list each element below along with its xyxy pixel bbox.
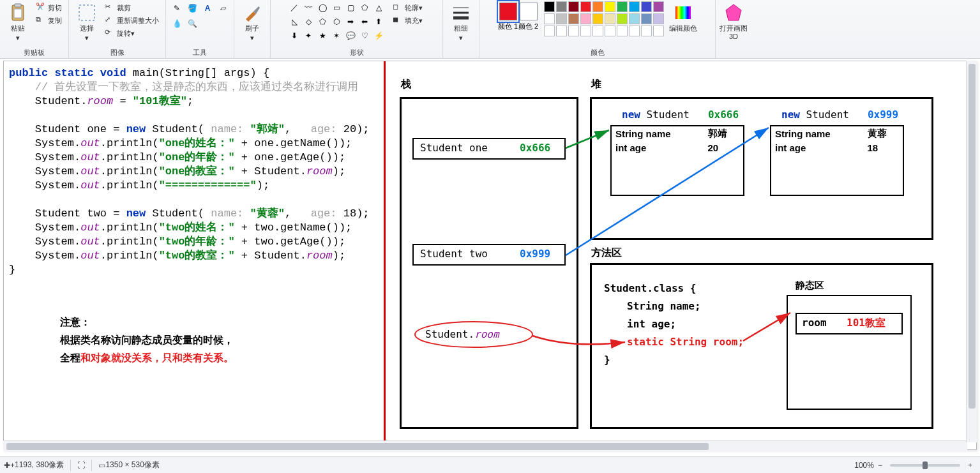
crop-button[interactable]: ✂裁剪	[102, 1, 162, 14]
cut-button[interactable]: ✂️剪切	[33, 1, 64, 14]
shape-arrow-u[interactable]: ⬆	[372, 15, 385, 28]
palette-swatch[interactable]	[592, 26, 603, 36]
palette-swatch[interactable]	[641, 13, 652, 24]
palette-swatch[interactable]	[629, 1, 640, 12]
shape-arrow-d[interactable]: ⬇	[288, 29, 301, 42]
ribbon: 粘贴 ▾ ✂️剪切 ⧉复制 剪贴板 选择 ▾ ✂裁剪 ⤢重新调整大小 ⟳旋转 ▾…	[0, 0, 980, 59]
palette-swatch[interactable]	[629, 26, 640, 36]
shape-line[interactable]: ／	[288, 1, 301, 14]
zoom-out-button[interactable]: −	[878, 461, 882, 470]
shape-arrow-r[interactable]: ➡	[344, 15, 357, 28]
shape-hexagon[interactable]: ⬡	[330, 15, 343, 28]
cursor-icon: ✚	[4, 461, 10, 470]
palette-swatch[interactable]	[605, 13, 615, 24]
stack-two-label: Student two	[420, 248, 488, 260]
selection-size-icon: ⛶	[77, 461, 85, 470]
horizontal-scrollbar[interactable]	[3, 440, 967, 451]
shape-outline-button[interactable]: ◻轮廓 ▾	[390, 1, 425, 14]
shape-callout[interactable]: 💬	[344, 29, 357, 42]
shape-arrow-l[interactable]: ⬅	[358, 15, 371, 28]
text-tool[interactable]: A	[200, 1, 215, 15]
palette-swatch[interactable]	[641, 1, 652, 12]
stack-one-addr: 0x666	[520, 142, 550, 154]
palette-swatch[interactable]	[617, 1, 628, 12]
palette-swatch[interactable]	[580, 26, 591, 36]
palette-swatch[interactable]	[605, 26, 615, 36]
size-label: 粗细	[454, 24, 468, 33]
shape-rtriangle[interactable]: ◺	[288, 15, 301, 28]
group-brushes-label	[251, 47, 253, 58]
heap1-box: String name郭靖 int age20	[610, 125, 744, 196]
palette-swatch[interactable]	[568, 13, 579, 24]
shape-rect[interactable]: ▭	[330, 1, 343, 14]
status-cursor: 1193, 380像素	[15, 460, 64, 470]
palette-swatch[interactable]	[556, 26, 567, 36]
color2-swatch[interactable]	[520, 3, 538, 20]
shape-curve[interactable]: 〰	[302, 1, 315, 14]
rotate-button[interactable]: ⟳旋转 ▾	[102, 27, 162, 40]
magnifier-tool[interactable]: 🔍	[185, 17, 199, 31]
color1-swatch[interactable]	[499, 3, 517, 20]
palette-swatch[interactable]	[617, 26, 628, 36]
palette-swatch[interactable]	[556, 1, 567, 12]
zoom-slider[interactable]	[890, 464, 960, 467]
shape-star5[interactable]: ★	[316, 29, 329, 42]
palette-swatch[interactable]	[544, 1, 555, 12]
shape-star4[interactable]: ✦	[302, 29, 315, 42]
canvas[interactable]: public static void main(String[] args) {…	[3, 61, 977, 450]
group-shapes: ／ 〰 ◯ ▭ ▢ ⬠ △ ◺ ◇ ⬠ ⬡ ➡ ⬅ ⬆ ⬇ ✦ ★ ✶ 💬 ♡	[271, 0, 443, 58]
shape-diamond[interactable]: ◇	[302, 15, 315, 28]
eraser-tool[interactable]: ▱	[216, 1, 230, 15]
heap1-header: new Student 0x666	[622, 109, 739, 121]
paint3d-button[interactable]: 打开画图 3D	[720, 1, 748, 45]
pencil-tool[interactable]: ✎	[170, 1, 184, 15]
color-picker-tool[interactable]: 💧	[170, 17, 184, 31]
shape-heart[interactable]: ♡	[358, 29, 371, 42]
palette-swatch[interactable]	[544, 13, 555, 24]
palette-swatch[interactable]	[580, 1, 591, 12]
palette-swatch[interactable]	[653, 13, 664, 24]
paint3d-icon	[723, 3, 744, 23]
palette-swatch[interactable]	[580, 13, 591, 24]
shape-polygon[interactable]: ⬠	[358, 1, 371, 14]
palette-swatch[interactable]	[617, 13, 628, 24]
static-area-box	[787, 295, 912, 410]
shape-pentagon[interactable]: ⬠	[316, 15, 329, 28]
shape-star6[interactable]: ✶	[330, 29, 343, 42]
shapes-gallery[interactable]: ／ 〰 ◯ ▭ ▢ ⬠ △ ◺ ◇ ⬠ ⬡ ➡ ⬅ ⬆ ⬇ ✦ ★ ✶ 💬 ♡	[288, 1, 385, 42]
canvas-size-icon: ▭	[98, 461, 105, 470]
fill-tool[interactable]: 🪣	[185, 1, 199, 15]
resize-button[interactable]: ⤢重新调整大小	[102, 14, 162, 27]
palette-swatch[interactable]	[592, 13, 603, 24]
palette-swatch[interactable]	[653, 1, 664, 12]
crop-icon: ✂	[105, 3, 115, 13]
shape-lightning[interactable]: ⚡	[372, 29, 385, 42]
edit-colors-button[interactable]: 编辑颜色	[669, 1, 697, 45]
palette-swatch[interactable]	[568, 1, 579, 12]
palette-swatch[interactable]	[592, 1, 603, 12]
palette-swatch[interactable]	[641, 26, 652, 36]
shape-triangle[interactable]: △	[372, 1, 385, 14]
shape-roundrect[interactable]: ▢	[344, 1, 357, 14]
palette-swatch[interactable]	[605, 1, 615, 12]
paste-button[interactable]: 粘贴 ▾	[4, 1, 32, 45]
shape-oval[interactable]: ◯	[316, 1, 329, 14]
palette-swatch[interactable]	[629, 13, 640, 24]
group-tools: ✎ 🪣 A ▱ 💧 🔍 工具	[166, 0, 234, 58]
size-button[interactable]: 粗细 ▾	[447, 1, 475, 45]
copy-button[interactable]: ⧉复制	[33, 14, 64, 27]
vertical-scrollbar[interactable]	[966, 61, 977, 442]
palette-swatch[interactable]	[653, 26, 664, 36]
svg-rect-7	[675, 6, 691, 19]
palette-swatch[interactable]	[544, 26, 555, 36]
shape-fill-button[interactable]: ◼填充 ▾	[390, 14, 425, 27]
select-button[interactable]: 选择 ▾	[73, 1, 101, 45]
note-block: 注意： 根据类名称访问静态成员变量的时候， 全程和对象就没关系，只和类有关系。	[60, 313, 234, 367]
paste-label: 粘贴	[11, 24, 25, 33]
palette-swatch[interactable]	[568, 26, 579, 36]
zoom-in-button[interactable]: +	[968, 461, 972, 470]
brushes-button[interactable]: 刷子 ▾	[238, 1, 266, 45]
copy-label: 复制	[48, 16, 62, 26]
palette-swatch[interactable]	[556, 13, 567, 24]
rotate-label: 旋转	[117, 29, 131, 38]
